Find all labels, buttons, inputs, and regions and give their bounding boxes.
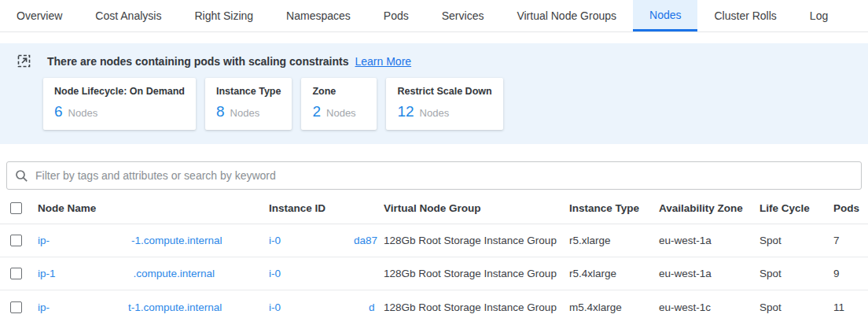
- life-cycle-cell: Spot: [753, 235, 827, 246]
- availability-zone-cell: eu-west-1c: [653, 301, 753, 313]
- table-row: ip-t-1.compute.internal i-0d 128Gb Root …: [0, 290, 868, 318]
- scaling-constraints-banner: There are nodes containing pods with sca…: [0, 43, 868, 144]
- search-icon: [15, 169, 28, 183]
- node-name-link[interactable]: ip-1: [38, 268, 56, 279]
- redacted-gap: [56, 273, 134, 274]
- pods-cell: 9: [827, 268, 868, 279]
- select-all-checkbox[interactable]: [10, 202, 22, 214]
- col-virtual-node-group: Virtual Node Group: [377, 202, 563, 214]
- card-title: Instance Type: [216, 86, 281, 97]
- vng-cell: 128Gb Root Storage Instance Group: [377, 301, 563, 313]
- pods-cell: 7: [827, 235, 868, 246]
- instance-type-cell: r5.xlarge: [563, 235, 653, 246]
- card-value: 8: [216, 103, 225, 120]
- row-checkbox[interactable]: [10, 268, 22, 279]
- instance-id-cell[interactable]: i-0d: [263, 301, 377, 313]
- availability-zone-cell: eu-west-1a: [653, 268, 753, 279]
- card-title: Restrict Scale Down: [397, 86, 491, 97]
- tab-log[interactable]: Log: [793, 0, 844, 31]
- card-unit: Nodes: [230, 107, 260, 119]
- instance-id-cell[interactable]: i-0da87: [263, 235, 377, 246]
- constraint-cards: Node Lifecycle: On Demand 6 Nodes Instan…: [43, 78, 868, 130]
- life-cycle-cell: Spot: [753, 301, 827, 313]
- node-name-link[interactable]: ip-: [38, 235, 50, 246]
- filter-search-box: [6, 161, 862, 190]
- table-header-row: Node Name Instance ID Virtual Node Group…: [0, 193, 868, 224]
- card-restrict-scale-down[interactable]: Restrict Scale Down 12 Nodes: [386, 78, 502, 130]
- instance-type-cell: r5.4xlarge: [563, 268, 653, 279]
- tab-services[interactable]: Services: [425, 0, 501, 31]
- col-availability-zone: Availability Zone: [653, 202, 753, 214]
- tab-cost-analysis[interactable]: Cost Analysis: [79, 0, 178, 31]
- vng-cell: 128Gb Root Storage Instance Group: [377, 235, 563, 246]
- instance-type-cell: m5.4xlarge: [563, 301, 653, 313]
- vng-cell: 128Gb Root Storage Instance Group: [377, 268, 563, 279]
- redacted-gap: [50, 240, 131, 241]
- card-value: 2: [312, 103, 321, 120]
- redacted-gap: [50, 307, 128, 308]
- tab-right-sizing[interactable]: Right Sizing: [178, 0, 270, 31]
- nodes-table: Node Name Instance ID Virtual Node Group…: [0, 193, 868, 318]
- redacted-gap: [281, 240, 354, 241]
- tab-bar: Overview Cost Analysis Right Sizing Name…: [0, 0, 868, 32]
- col-instance-id: Instance ID: [263, 202, 377, 214]
- col-node-name: Node Name: [31, 202, 263, 214]
- node-name-cell[interactable]: ip--1.compute.internal: [31, 235, 263, 246]
- tab-nodes[interactable]: Nodes: [633, 0, 697, 31]
- tab-pods[interactable]: Pods: [367, 0, 425, 31]
- tab-namespaces[interactable]: Namespaces: [270, 0, 367, 31]
- node-name-cell[interactable]: ip-t-1.compute.internal: [31, 301, 263, 313]
- col-instance-type: Instance Type: [563, 202, 653, 214]
- card-unit: Nodes: [420, 107, 450, 119]
- card-unit: Nodes: [326, 107, 356, 119]
- node-name-cell[interactable]: ip-1.compute.internal: [31, 268, 263, 279]
- node-name-link[interactable]: ip-: [38, 301, 50, 313]
- card-title: Zone: [312, 86, 366, 97]
- col-life-cycle: Life Cycle: [753, 202, 827, 214]
- pods-cell: 11: [827, 301, 868, 313]
- card-unit: Nodes: [68, 107, 98, 119]
- row-checkbox[interactable]: [10, 235, 22, 246]
- life-cycle-cell: Spot: [753, 268, 827, 279]
- scale-up-icon: [17, 54, 31, 68]
- tab-overview[interactable]: Overview: [0, 0, 79, 31]
- row-checkbox[interactable]: [10, 301, 22, 313]
- search-input[interactable]: [35, 169, 853, 182]
- tab-virtual-node-groups[interactable]: Virtual Node Groups: [500, 0, 633, 31]
- table-row: ip-1.compute.internal i-0 128Gb Root Sto…: [0, 257, 868, 290]
- banner-message: There are nodes containing pods with sca…: [47, 55, 349, 68]
- card-node-lifecycle-on-demand[interactable]: Node Lifecycle: On Demand 6 Nodes: [43, 78, 196, 130]
- instance-id-link[interactable]: i-0: [269, 268, 281, 279]
- learn-more-link[interactable]: Learn More: [355, 55, 412, 68]
- redacted-gap: [281, 307, 369, 308]
- card-zone[interactable]: Zone 2 Nodes: [301, 78, 377, 130]
- availability-zone-cell: eu-west-1a: [653, 235, 753, 246]
- instance-id-link[interactable]: i-0: [269, 301, 281, 313]
- table-row: ip--1.compute.internal i-0da87 128Gb Roo…: [0, 224, 868, 257]
- card-title: Node Lifecycle: On Demand: [54, 86, 185, 97]
- col-pods: Pods: [827, 202, 868, 214]
- instance-id-link[interactable]: i-0: [269, 235, 281, 246]
- tab-cluster-rolls[interactable]: Cluster Rolls: [697, 0, 793, 31]
- card-value: 12: [397, 103, 414, 120]
- instance-id-cell[interactable]: i-0: [263, 268, 377, 279]
- card-instance-type[interactable]: Instance Type 8 Nodes: [205, 78, 292, 130]
- card-value: 6: [54, 103, 63, 120]
